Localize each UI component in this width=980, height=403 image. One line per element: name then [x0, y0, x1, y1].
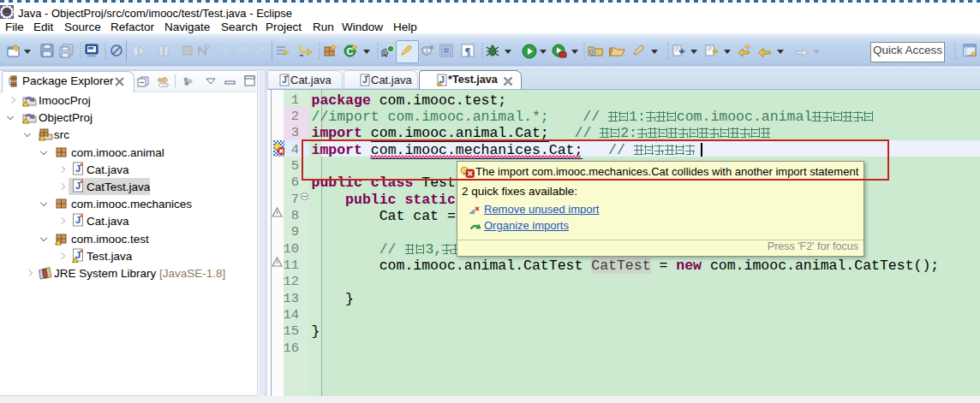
svg-text:J: J	[75, 181, 81, 191]
svg-text:!: !	[439, 82, 439, 86]
svg-text:J: J	[282, 75, 287, 85]
svg-text:J: J	[75, 163, 81, 174]
svg-text:J: J	[362, 75, 368, 85]
svg-text:J: J	[75, 215, 81, 225]
svg-text:¶: ¶	[464, 44, 470, 57]
